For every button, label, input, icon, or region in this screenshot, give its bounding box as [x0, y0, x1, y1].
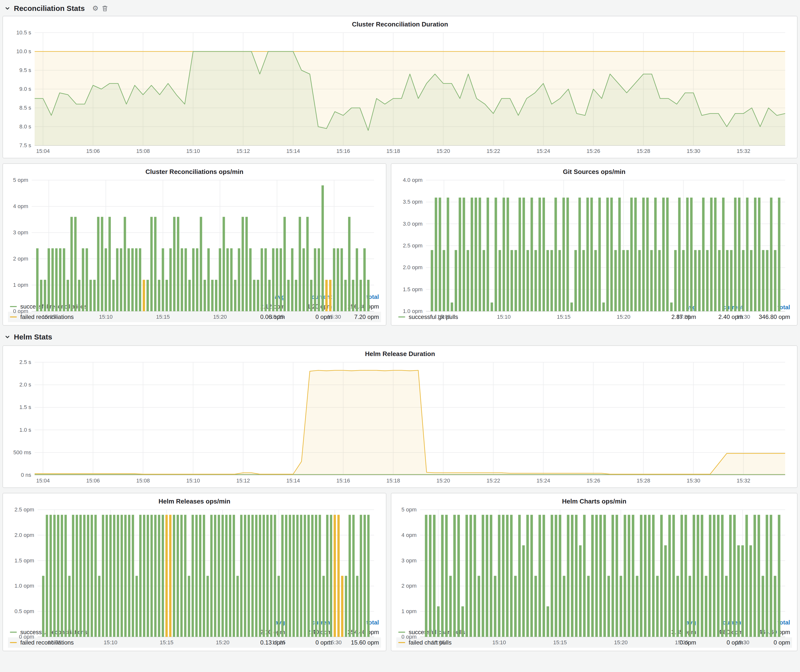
svg-text:15:10: 15:10 — [104, 639, 117, 646]
section-header-reconciliation-stats: Reconciliation Stats ⚙ — [2, 1, 798, 16]
svg-text:3 opm: 3 opm — [13, 229, 28, 235]
svg-text:2.5 s: 2.5 s — [19, 359, 31, 365]
panel-cluster-reconciliation-duration: Cluster Reconciliation Duration 15:0415:… — [2, 16, 798, 158]
svg-text:1.5 opm: 1.5 opm — [14, 557, 34, 564]
svg-text:15:26: 15:26 — [587, 478, 600, 484]
svg-text:15:30: 15:30 — [327, 314, 341, 320]
svg-text:15:20: 15:20 — [213, 314, 227, 320]
svg-text:15:06: 15:06 — [86, 148, 100, 154]
svg-text:500 ms: 500 ms — [13, 449, 31, 456]
helm-release-duration-chart[interactable]: 15:0415:0615:0815:1015:1215:1415:1615:18… — [8, 359, 792, 485]
panel-title[interactable]: Helm Release Duration — [8, 348, 792, 359]
panel-git-sources-ops: Git Sources ops/min 15:0515:1015:1515:20… — [391, 163, 798, 326]
svg-text:4 opm: 4 opm — [13, 203, 28, 209]
svg-text:15:26: 15:26 — [587, 148, 600, 154]
section-title[interactable]: Reconciliation Stats — [14, 4, 85, 13]
chart-svg: 15:0415:0615:0815:1015:1215:1415:1615:18… — [8, 359, 792, 485]
svg-text:15:15: 15:15 — [160, 639, 173, 646]
chart-svg: 15:0515:1015:1515:2015:2515:301.0 opm1.5… — [396, 177, 792, 321]
panel-title[interactable]: Helm Charts ops/min — [396, 496, 792, 507]
svg-text:0.5 opm: 0.5 opm — [14, 608, 34, 614]
section-title[interactable]: Helm Stats — [14, 333, 52, 341]
chart-svg: 15:0515:1015:1515:2015:2515:300 opm1 opm… — [396, 507, 792, 646]
svg-text:15:25: 15:25 — [270, 314, 284, 320]
svg-text:15:15: 15:15 — [156, 314, 170, 320]
svg-text:15:22: 15:22 — [486, 148, 500, 154]
panel-cluster-reconciliations-ops: Cluster Reconciliations ops/min 15:0515:… — [2, 163, 386, 326]
svg-text:2 opm: 2 opm — [402, 583, 417, 589]
svg-text:2.5 opm: 2.5 opm — [14, 507, 34, 513]
gear-icon[interactable]: ⚙ — [92, 5, 98, 12]
svg-text:15:32: 15:32 — [737, 478, 750, 484]
svg-text:15:30: 15:30 — [328, 639, 342, 646]
svg-text:15:30: 15:30 — [736, 639, 749, 646]
svg-text:0 opm: 0 opm — [19, 634, 34, 640]
chart-svg: 15:0515:1015:1515:2015:2515:300 opm1 opm… — [8, 177, 381, 321]
svg-text:8.0 s: 8.0 s — [19, 123, 31, 130]
svg-text:15:04: 15:04 — [36, 478, 50, 484]
chevron-down-icon[interactable] — [5, 5, 10, 11]
svg-text:3 opm: 3 opm — [402, 557, 417, 564]
svg-text:15:05: 15:05 — [48, 639, 61, 646]
svg-text:15:05: 15:05 — [42, 314, 56, 320]
helm-releases-ops-chart[interactable]: 15:0515:1015:1515:2015:2515:300 opm0.5 o… — [8, 507, 381, 617]
svg-text:2.0 opm: 2.0 opm — [14, 532, 34, 538]
chevron-down-icon[interactable] — [5, 334, 10, 340]
svg-text:1 opm: 1 opm — [13, 282, 28, 288]
svg-text:15:25: 15:25 — [272, 639, 285, 646]
svg-text:15:10: 15:10 — [492, 639, 506, 646]
cluster-reconciliations-ops-chart[interactable]: 15:0515:1015:1515:2015:2515:300 opm1 opm… — [8, 177, 381, 291]
svg-text:15:30: 15:30 — [687, 478, 700, 484]
svg-text:1.5 s: 1.5 s — [19, 404, 31, 410]
panel-row-ops: Cluster Reconciliations ops/min 15:0515:… — [2, 163, 798, 326]
svg-text:0 opm: 0 opm — [13, 308, 28, 314]
svg-text:10.5 s: 10.5 s — [16, 30, 31, 36]
svg-text:15:28: 15:28 — [637, 148, 650, 154]
svg-text:15:18: 15:18 — [386, 148, 400, 154]
svg-text:15:10: 15:10 — [186, 478, 200, 484]
svg-text:1.0 s: 1.0 s — [19, 427, 31, 433]
svg-text:1.0 opm: 1.0 opm — [14, 583, 34, 589]
svg-text:15:14: 15:14 — [286, 148, 300, 154]
panel-title[interactable]: Cluster Reconciliation Duration — [8, 19, 792, 30]
svg-text:1 opm: 1 opm — [402, 608, 417, 614]
trash-icon[interactable] — [102, 5, 108, 12]
svg-text:15:05: 15:05 — [437, 314, 451, 320]
panel-helm-releases-ops: Helm Releases ops/min 15:0515:1015:1515:… — [2, 493, 386, 651]
svg-text:1.0 opm: 1.0 opm — [403, 308, 423, 314]
svg-text:10.0 s: 10.0 s — [16, 48, 31, 54]
svg-text:0 ns: 0 ns — [21, 472, 31, 478]
svg-text:15:20: 15:20 — [436, 478, 450, 484]
section-header-helm-stats: Helm Stats — [2, 330, 798, 344]
svg-text:5 opm: 5 opm — [402, 507, 417, 513]
panel-helm-charts-ops: Helm Charts ops/min 15:0515:1015:1515:20… — [391, 493, 798, 651]
git-sources-ops-chart[interactable]: 15:0515:1015:1515:2015:2515:301.0 opm1.5… — [396, 177, 792, 301]
svg-text:15:16: 15:16 — [336, 478, 350, 484]
svg-text:15:16: 15:16 — [336, 148, 350, 154]
panel-title[interactable]: Cluster Reconciliations ops/min — [8, 166, 381, 177]
cluster-reconciliation-duration-chart[interactable]: 15:0415:0615:0815:1015:1215:1415:1615:18… — [8, 30, 792, 155]
svg-text:15:20: 15:20 — [436, 148, 450, 154]
svg-text:2.0 s: 2.0 s — [19, 382, 31, 388]
panel-title[interactable]: Git Sources ops/min — [396, 166, 792, 177]
svg-text:15:24: 15:24 — [536, 148, 550, 154]
svg-text:8.5 s: 8.5 s — [19, 105, 31, 111]
svg-text:15:30: 15:30 — [736, 314, 750, 320]
panel-title[interactable]: Helm Releases ops/min — [8, 496, 381, 507]
svg-text:15:25: 15:25 — [675, 639, 688, 646]
svg-text:15:25: 15:25 — [677, 314, 690, 320]
svg-text:15:12: 15:12 — [236, 478, 250, 484]
svg-text:15:32: 15:32 — [737, 148, 750, 154]
svg-text:15:10: 15:10 — [497, 314, 510, 320]
svg-text:15:15: 15:15 — [553, 639, 567, 646]
svg-text:7.5 s: 7.5 s — [19, 142, 31, 149]
helm-charts-ops-chart[interactable]: 15:0515:1015:1515:2015:2515:300 opm1 opm… — [396, 507, 792, 617]
svg-text:15:04: 15:04 — [36, 148, 50, 154]
svg-text:15:30: 15:30 — [687, 148, 700, 154]
svg-text:15:14: 15:14 — [286, 478, 300, 484]
panel-helm-release-duration: Helm Release Duration 15:0415:0615:0815:… — [2, 346, 798, 488]
svg-text:15:20: 15:20 — [614, 639, 627, 646]
svg-text:15:22: 15:22 — [486, 478, 500, 484]
svg-text:2.5 opm: 2.5 opm — [403, 242, 423, 249]
svg-text:5 opm: 5 opm — [13, 177, 28, 183]
